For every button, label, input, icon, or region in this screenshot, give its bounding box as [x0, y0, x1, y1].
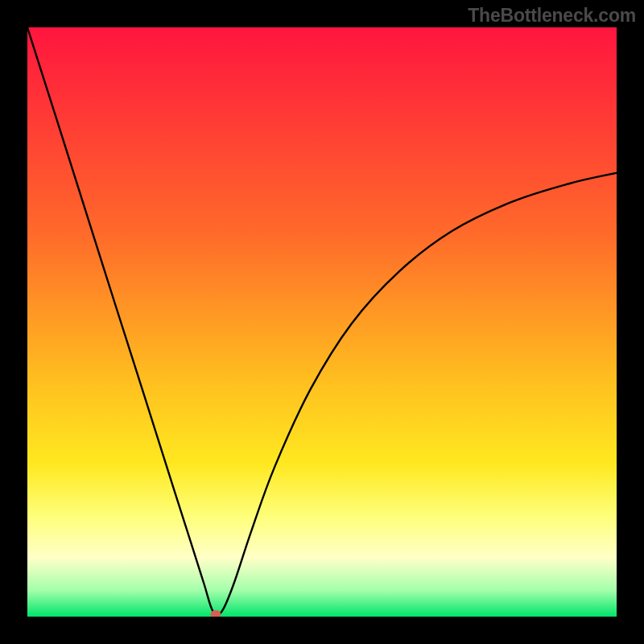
bottleneck-curve: [27, 27, 617, 617]
watermark-text: TheBottleneck.com: [468, 5, 636, 27]
plot-area: [27, 27, 617, 617]
chart-frame: TheBottleneck.com: [0, 0, 644, 644]
minimum-marker: [211, 610, 221, 617]
